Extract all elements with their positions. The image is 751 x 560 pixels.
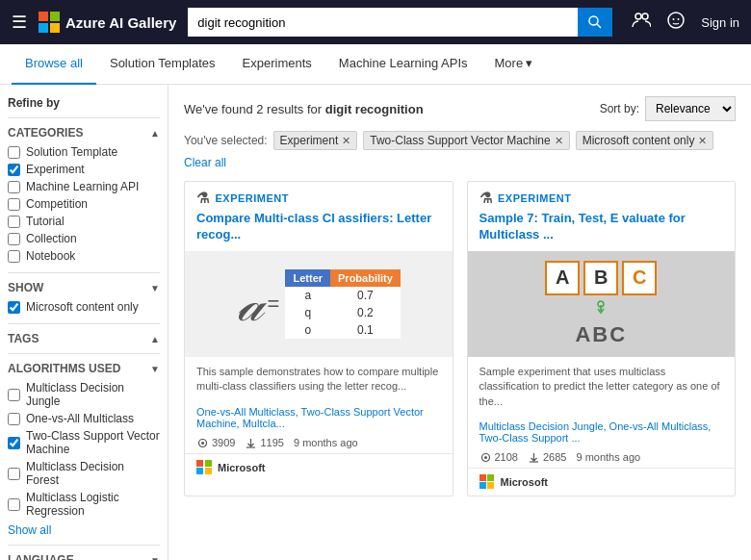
cat-experiment-label: Experiment — [26, 163, 85, 176]
show-ms-content-checkbox[interactable] — [8, 301, 20, 314]
cat-solution-template[interactable]: Solution Template — [8, 143, 160, 161]
card-0-cursive: 𝒶 = — [237, 275, 286, 333]
card-1-downloads-count: 2685 — [543, 451, 566, 463]
nav-more[interactable]: More ▾ — [481, 44, 547, 85]
algo-one-vs-all[interactable]: One-vs-All Multiclass — [8, 410, 160, 427]
cat-ml-api-checkbox[interactable] — [8, 181, 20, 193]
svg-rect-3 — [50, 23, 60, 33]
nav-ml-apis[interactable]: Machine Learning APIs — [325, 44, 481, 85]
search-button[interactable] — [578, 8, 612, 37]
cat-tutorial-checkbox[interactable] — [8, 216, 20, 228]
cat-notebook-checkbox[interactable] — [8, 250, 20, 263]
tags-label: TAGS — [8, 332, 39, 345]
filter-svm-remove[interactable]: ✕ — [555, 135, 563, 147]
card-1-publisher: Microsoft — [501, 476, 549, 488]
nav-bar: Browse all Solution Templates Experiment… — [0, 44, 751, 85]
cat-notebook[interactable]: Notebook — [8, 247, 160, 265]
filter-svm-label: Two-Class Support Vector Machine — [370, 134, 550, 147]
people-icon[interactable] — [632, 11, 651, 35]
svg-line-5 — [597, 24, 601, 28]
card-1-title[interactable]: Sample 7: Train, Test, E valuate for Mul… — [468, 211, 736, 251]
abc-box-c: C — [622, 261, 657, 295]
nav-solution-templates[interactable]: Solution Templates — [96, 44, 229, 85]
algo-one-vs-all-checkbox[interactable] — [8, 413, 20, 425]
card-0-views: 3909 — [196, 437, 235, 449]
cat-collection-label: Collection — [26, 232, 77, 245]
algo-logistic-regression[interactable]: Multiclass Logistic Regression — [8, 489, 160, 520]
show-all-algorithms[interactable]: Show all — [8, 523, 160, 537]
algo-multiclass-jungle-checkbox[interactable] — [8, 389, 20, 401]
filter-ms-content[interactable]: Microsoft content only ✕ — [576, 131, 714, 150]
smiley-icon[interactable] — [666, 11, 686, 35]
azure-logo-icon — [39, 12, 60, 33]
card-1-type-label: EXPERIMENT — [498, 192, 572, 204]
nav-experiments[interactable]: Experiments — [229, 44, 325, 85]
chevron-down-icon: ▾ — [526, 56, 532, 70]
show-section: SHOW ▼ — [8, 281, 160, 294]
algo-two-class-svm-checkbox[interactable] — [8, 437, 20, 449]
algo-multiclass-jungle[interactable]: Multiclass Decision Jungle — [8, 379, 160, 410]
cat-collection[interactable]: Collection — [8, 230, 160, 247]
sort-bar: Sort by: Relevance Date Views Downloads — [600, 96, 736, 121]
algo-logistic-regression-checkbox[interactable] — [8, 498, 20, 511]
card-0-type-label: EXPERIMENT — [216, 192, 290, 204]
svg-rect-0 — [39, 12, 48, 21]
card-0-desc: This sample demonstrates how to compare … — [185, 357, 453, 402]
results-title: We've found 2 results for digit recognit… — [184, 102, 424, 116]
filter-ms-content-label: Microsoft content only — [583, 134, 695, 147]
experiment-flask-icon-0: ⚗ — [196, 190, 210, 207]
svg-point-10 — [678, 18, 680, 20]
language-toggle[interactable]: ▼ — [150, 555, 160, 561]
views-icon-1 — [479, 451, 492, 464]
algorithms-toggle[interactable]: ▼ — [150, 364, 160, 374]
categories-toggle[interactable]: ▲ — [150, 128, 160, 139]
filter-experiment-label: Experiment — [280, 134, 339, 147]
card-1-downloads: 2685 — [528, 451, 566, 464]
cat-experiment-checkbox[interactable] — [8, 164, 20, 176]
svg-point-16 — [484, 456, 487, 459]
nav-browse-all[interactable]: Browse all — [12, 44, 96, 85]
views-icon-0 — [196, 437, 209, 449]
table-header-prob: Probability — [330, 269, 401, 287]
ms-logo-icon-0 — [196, 460, 212, 475]
sort-select[interactable]: Relevance Date Views Downloads — [645, 96, 736, 121]
show-ms-content-label: Microsoft content only — [26, 300, 139, 314]
search-bar — [188, 8, 612, 37]
card-1-type: ⚗ EXPERIMENT — [468, 182, 736, 211]
show-toggle[interactable]: ▼ — [150, 283, 160, 293]
card-0-downloads-count: 1195 — [260, 437, 283, 448]
card-1-age: 9 months ago — [576, 451, 640, 463]
cat-ml-api-label: Machine Learning API — [26, 180, 139, 193]
filter-experiment[interactable]: Experiment ✕ — [273, 131, 358, 150]
filter-experiment-remove[interactable]: ✕ — [342, 135, 350, 147]
abc-result-text: ABC — [575, 322, 627, 347]
sign-in-link[interactable]: Sign in — [701, 15, 739, 30]
filter-svm[interactable]: Two-Class Support Vector Machine ✕ — [363, 131, 569, 150]
categories-section: CATEGORIES ▲ — [8, 126, 160, 140]
card-0-type: ⚗ EXPERIMENT — [185, 182, 453, 211]
show-ms-content[interactable]: Microsoft content only — [8, 298, 160, 316]
cat-solution-template-checkbox[interactable] — [8, 146, 20, 159]
search-input[interactable] — [188, 8, 578, 37]
tags-toggle[interactable]: ▲ — [150, 334, 160, 344]
cat-ml-api[interactable]: Machine Learning API — [8, 178, 160, 195]
table-row-q-letter: q — [285, 304, 330, 321]
results-query: digit recognition — [325, 102, 424, 116]
algo-multiclass-forest[interactable]: Multiclass Decision Forest — [8, 458, 160, 489]
filter-row: You've selected: Experiment ✕ Two-Class … — [184, 131, 736, 169]
algo-multiclass-forest-checkbox[interactable] — [8, 468, 20, 480]
algo-two-class-svm[interactable]: Two-Class Support Vector Machine — [8, 427, 160, 458]
cat-tutorial[interactable]: Tutorial — [8, 213, 160, 230]
ms-logo-icon-1 — [479, 474, 495, 490]
clear-all-button[interactable]: Clear all — [184, 156, 226, 169]
card-0-views-count: 3909 — [212, 437, 235, 448]
cat-competition[interactable]: Competition — [8, 195, 160, 213]
abc-gear-row — [591, 299, 610, 318]
filter-ms-content-remove[interactable]: ✕ — [698, 135, 707, 147]
cat-experiment[interactable]: Experiment — [8, 161, 160, 178]
menu-icon[interactable]: ☰ — [12, 12, 27, 33]
cat-competition-checkbox[interactable] — [8, 198, 20, 211]
downloads-icon-0 — [245, 437, 257, 449]
cat-collection-checkbox[interactable] — [8, 233, 20, 245]
card-0-title[interactable]: Compare Multi-class Cl assifiers: Letter… — [185, 211, 453, 251]
